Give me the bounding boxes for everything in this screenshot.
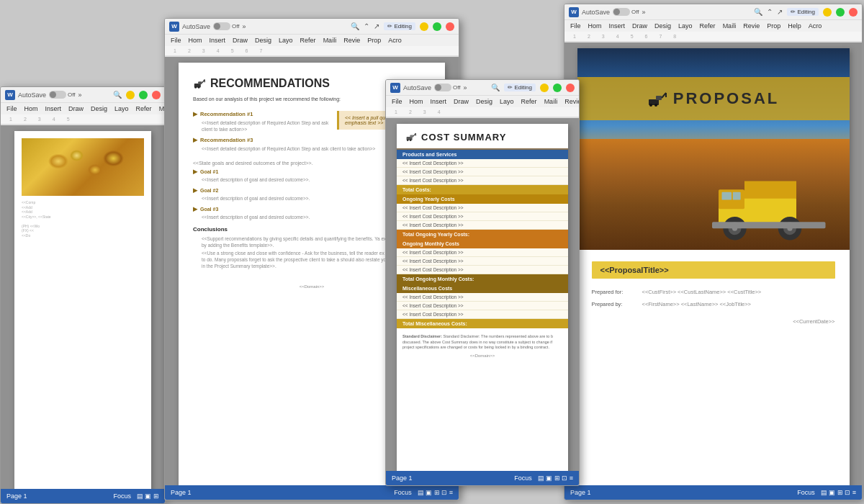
status-right-1: Focus ▤ ▣ ⊞ (113, 492, 159, 500)
menu-home-3[interactable]: Hom (407, 97, 426, 106)
menu-insert-4[interactable]: Insert (606, 22, 629, 30)
menu-ref-4[interactable]: Refer (697, 22, 719, 30)
proposal-content-area: <<ProposalTitle>> Prepared for: <<CustFi… (577, 250, 850, 338)
minimize-btn-4[interactable] (823, 8, 832, 17)
autosave-toggle-3[interactable]: Off (434, 84, 461, 91)
view-icons-1: ▤ ▣ ⊞ (137, 492, 159, 500)
menu-acro-2[interactable]: Acro (385, 36, 405, 45)
menu-draw-2[interactable]: Draw (230, 36, 251, 45)
menu-layout-4[interactable]: Layo (675, 22, 696, 30)
title-bar-4: W AutoSave Off » 🔍 ⌃ ↗ ✏ Editing (564, 4, 862, 20)
share-icon-4[interactable]: ↗ (777, 8, 783, 16)
more-icon-2[interactable]: » (243, 23, 246, 30)
search-icon-4[interactable]: 🔍 (754, 8, 762, 16)
minimize-btn-3[interactable] (540, 84, 549, 92)
menu-file-3[interactable]: File (389, 97, 405, 106)
word-window-3: W AutoSave Off » 🔍 ✏ Editing File Hom In… (385, 79, 580, 486)
svg-rect-1 (198, 81, 202, 84)
menu-file-2[interactable]: File (168, 36, 184, 45)
menu-draw-3[interactable]: Draw (451, 97, 472, 106)
menu-rev-2[interactable]: Revie (341, 36, 363, 45)
menu-insert-1[interactable]: Insert (42, 104, 65, 113)
menu-layout-2[interactable]: Layo (276, 36, 296, 45)
editing-btn-4[interactable]: ✏ Editing (787, 8, 819, 16)
autosave-toggle-2[interactable]: Off (213, 22, 240, 30)
more-icon-1[interactable]: » (78, 91, 82, 99)
total-monthly: Total Ongoing Monthly Costs: (397, 274, 568, 284)
close-btn-4[interactable] (849, 8, 858, 17)
ribbon-icon-2[interactable]: ⌃ (364, 22, 369, 30)
menu-draw-4[interactable]: Draw (629, 22, 650, 30)
menu-design-4[interactable]: Desig (652, 22, 674, 30)
menu-layout-3[interactable]: Layo (497, 97, 517, 106)
svg-point-4 (194, 86, 197, 89)
menu-rev-3[interactable]: Revie (562, 97, 580, 106)
editing-btn-2[interactable]: ✏ Editing (384, 22, 415, 30)
menu-ref-2[interactable]: Refer (297, 36, 319, 45)
title-bar-left-4: W AutoSave Off » (569, 7, 646, 17)
menu-ref-3[interactable]: Refer (518, 97, 540, 106)
menu-design-3[interactable]: Desig (473, 97, 495, 106)
more-icon-4[interactable]: » (642, 9, 646, 16)
ribbon-3: File Hom Insert Draw Desig Layo Refer Ma… (386, 96, 579, 118)
menu-home-2[interactable]: Hom (186, 36, 205, 45)
menu-design-1[interactable]: Desig (88, 104, 110, 113)
cs-row-4-1: << Insert Cost Description >> (397, 293, 568, 302)
status-right-3: Focus ▤ ▣ ⊞ ⊡ ≡ (514, 474, 573, 482)
menu-mail-2[interactable]: Maili (320, 36, 340, 45)
menu-mail-4[interactable]: Maili (720, 22, 739, 30)
title-bar-1: W AutoSave Off » 🔍 (1, 87, 165, 103)
search-icon-2[interactable]: 🔍 (351, 22, 359, 30)
menu-file-4[interactable]: File (567, 22, 584, 30)
minimize-btn-2[interactable] (420, 22, 428, 31)
menu-home-4[interactable]: Hom (585, 22, 605, 30)
maximize-btn-1[interactable] (139, 91, 148, 99)
menu-ref-1[interactable]: Refer (133, 104, 155, 113)
section-header-misc: Miscellaneous Costs (397, 284, 568, 293)
ribbon-icon-4[interactable]: ⌃ (767, 8, 773, 16)
doc-area-3: COST SUMMARY Products and Services << In… (386, 118, 579, 471)
title-bar-3: W AutoSave Off » 🔍 ✏ Editing (386, 80, 579, 96)
menu-layout-1[interactable]: Layo (112, 104, 132, 113)
total-products: Total Costs: (397, 185, 568, 194)
win-controls-2: 🔍 ⌃ ↗ ✏ Editing (351, 22, 454, 31)
menu-draw-1[interactable]: Draw (66, 104, 86, 113)
word-logo-3: W (390, 83, 400, 93)
prepared-by-row: Prepared by: <<FirstName>> <<LastName>> … (592, 301, 835, 307)
excavator-icon-2 (193, 77, 206, 90)
menu-help-4[interactable]: Help (785, 22, 804, 30)
search-icon-1[interactable]: 🔍 (113, 91, 122, 99)
cs-domain: <<Domain>> (397, 354, 568, 362)
editing-btn-3[interactable]: ✏ Editing (504, 84, 536, 91)
menu-design-2[interactable]: Desig (252, 36, 274, 45)
ribbon-1: File Hom Insert Draw Desig Layo Refer Ma… (1, 103, 165, 125)
svg-point-5 (198, 86, 200, 89)
menu-insert-3[interactable]: Insert (428, 97, 450, 106)
search-icon-3[interactable]: 🔍 (491, 84, 500, 91)
share-icon-2[interactable]: ↗ (374, 22, 379, 30)
menu-home-1[interactable]: Hom (22, 104, 41, 113)
more-icon-3[interactable]: » (464, 84, 467, 91)
menu-prop-4[interactable]: Prop (764, 22, 783, 30)
menu-prop-2[interactable]: Prop (364, 36, 384, 45)
close-btn-1[interactable] (152, 91, 161, 99)
title-bar-left-2: W AutoSave Off » (169, 22, 246, 32)
autosave-toggle-4[interactable]: Off (613, 8, 639, 16)
close-btn-2[interactable] (446, 22, 454, 31)
maximize-btn-3[interactable] (553, 84, 562, 92)
minimize-btn-1[interactable] (126, 91, 135, 99)
menu-acro-4[interactable]: Acro (806, 22, 825, 30)
close-btn-3[interactable] (566, 84, 575, 92)
maximize-btn-4[interactable] (836, 8, 845, 17)
doc-page-3: COST SUMMARY Products and Services << In… (397, 124, 568, 471)
menu-insert-2[interactable]: Insert (207, 36, 229, 45)
section-header-yearly: Ongoing Yearly Costs (397, 194, 568, 204)
menu-rev-4[interactable]: Revie (740, 22, 762, 30)
page-indicator-1: Page 1 (6, 492, 27, 500)
focus-label-1: Focus (113, 492, 131, 500)
proposal-cover-header: PROPOSAL (639, 80, 788, 117)
autosave-toggle-1[interactable]: Off (49, 91, 76, 99)
maximize-btn-2[interactable] (433, 22, 441, 31)
menu-mail-3[interactable]: Maili (541, 97, 561, 106)
menu-file-1[interactable]: File (4, 104, 20, 113)
